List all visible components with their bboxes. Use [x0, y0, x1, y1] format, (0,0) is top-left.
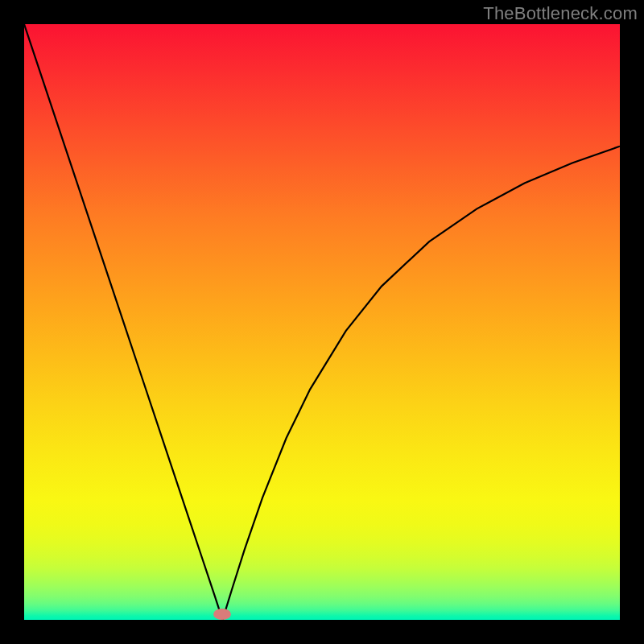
plot-area	[24, 24, 620, 620]
bottleneck-curve	[24, 24, 620, 620]
chart-frame: TheBottleneck.com	[0, 0, 644, 644]
watermark-text: TheBottleneck.com	[483, 3, 638, 24]
